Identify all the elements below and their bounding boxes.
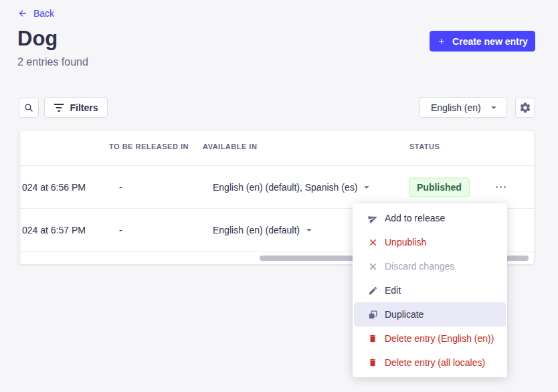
locale-select[interactable]: English (en): [420, 97, 507, 118]
trash-icon: [367, 333, 378, 344]
row-actions-menu: Add to release Unpublish Discard changes…: [353, 203, 507, 377]
search-button[interactable]: [19, 98, 39, 118]
menu-item-label: Edit: [385, 285, 401, 296]
create-new-entry-label: Create new entry: [452, 36, 528, 47]
filters-label: Filters: [70, 102, 98, 113]
back-arrow-icon: [17, 8, 28, 19]
menu-item-add-to-release[interactable]: Add to release: [354, 206, 506, 230]
gear-icon: [519, 102, 531, 114]
back-link[interactable]: Back: [17, 8, 54, 19]
column-header-status[interactable]: STATUS: [409, 142, 440, 151]
updated-at-cell: 024 at 6:57 PM: [22, 225, 86, 235]
available-in-cell[interactable]: English (en) (default): [213, 225, 313, 235]
paper-plane-icon: [367, 213, 378, 223]
search-icon: [23, 102, 34, 113]
menu-item-label: Duplicate: [385, 309, 424, 320]
settings-button[interactable]: [515, 98, 535, 118]
menu-item-delete-entry-all-locales[interactable]: Delete entry (all locales): [354, 351, 506, 375]
duplicate-icon: [367, 309, 378, 320]
pencil-icon: [367, 285, 378, 296]
filters-button[interactable]: Filters: [44, 97, 108, 118]
menu-item-delete-entry-locale[interactable]: Delete entry (English (en)): [354, 326, 506, 351]
to-be-released-in-cell: -: [119, 182, 122, 193]
status-cell: Published: [409, 177, 470, 197]
menu-item-label: Unpublish: [385, 237, 426, 248]
menu-item-edit[interactable]: Edit: [354, 278, 506, 302]
table-row[interactable]: 024 at 6:56 PM - English (en) (default),…: [19, 166, 534, 209]
menu-item-label: Delete entry (all locales): [385, 357, 485, 368]
status-badge: Published: [409, 177, 470, 197]
menu-item-unpublish[interactable]: Unpublish: [354, 230, 506, 254]
x-icon: [367, 261, 378, 272]
menu-item-label: Delete entry (English (en)): [385, 333, 494, 344]
entries-count: 2 entries found: [17, 56, 88, 68]
x-icon: [367, 237, 378, 248]
plus-icon: [437, 37, 446, 46]
chevron-down-icon: [363, 183, 371, 191]
chevron-down-icon: [305, 226, 313, 234]
column-header-to-be-released-in[interactable]: TO BE RELEASED IN: [109, 142, 189, 151]
create-new-entry-button[interactable]: Create new entry: [430, 31, 535, 52]
trash-icon: [367, 357, 378, 368]
menu-item-label: Add to release: [385, 213, 445, 223]
locale-select-value: English (en): [431, 102, 481, 113]
more-options-icon: [496, 186, 506, 188]
table-header-row: TO BE RELEASED IN AVAILABLE IN STATUS: [19, 131, 534, 166]
menu-item-duplicate[interactable]: Duplicate: [354, 302, 506, 326]
filter-icon: [54, 104, 64, 112]
menu-item-label: Discard changes: [385, 261, 454, 272]
column-header-available-in[interactable]: AVAILABLE IN: [203, 142, 257, 151]
available-in-value: English (en) (default), Spanish (es): [213, 182, 357, 193]
available-in-value: English (en) (default): [213, 225, 300, 235]
row-actions-button[interactable]: [488, 179, 513, 195]
menu-item-discard-changes[interactable]: Discard changes: [354, 254, 506, 278]
available-in-cell[interactable]: English (en) (default), Spanish (es): [213, 182, 371, 193]
chevron-down-icon: [490, 104, 498, 112]
back-label: Back: [33, 8, 54, 19]
updated-at-cell: 024 at 6:56 PM: [22, 182, 86, 193]
to-be-released-in-cell: -: [119, 225, 122, 235]
page-title: Dog: [17, 27, 58, 51]
